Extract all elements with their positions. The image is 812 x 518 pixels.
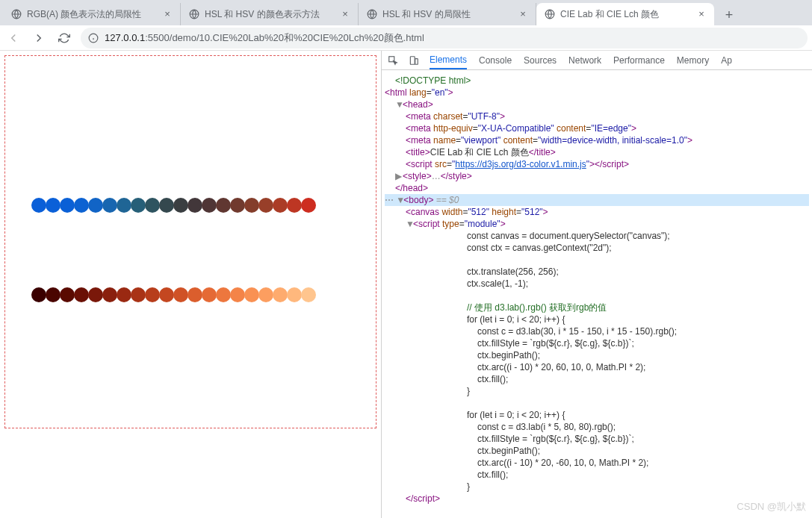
color-dot bbox=[216, 287, 231, 302]
color-dot bbox=[187, 198, 202, 213]
svg-rect-8 bbox=[410, 56, 415, 64]
color-dot bbox=[102, 198, 117, 213]
color-dot bbox=[301, 287, 316, 302]
url-field[interactable]: 127.0.0.1:5500/demo/10.CIE%20Lab%20和%20C… bbox=[81, 28, 808, 49]
color-dot bbox=[102, 287, 117, 302]
close-icon[interactable]: × bbox=[162, 9, 173, 19]
color-dot bbox=[88, 198, 103, 213]
color-dot bbox=[287, 198, 302, 213]
color-dot bbox=[145, 287, 160, 302]
browser-tabs-bar: RGB(A) 颜色表示法的局限性 × HSL 和 HSV 的颜色表示方法 × H… bbox=[0, 0, 812, 25]
devtools-tab-more[interactable]: Ap bbox=[721, 51, 732, 69]
color-dot bbox=[159, 198, 174, 213]
globe-icon bbox=[544, 8, 556, 20]
color-dot bbox=[74, 198, 89, 213]
page-viewport bbox=[0, 51, 381, 518]
globe-icon bbox=[366, 8, 378, 20]
close-icon[interactable]: × bbox=[696, 9, 707, 19]
close-icon[interactable]: × bbox=[518, 9, 528, 19]
color-dot bbox=[202, 287, 217, 302]
color-dot bbox=[173, 287, 188, 302]
color-dot-row-2 bbox=[32, 287, 316, 302]
color-dot bbox=[117, 287, 131, 302]
devtools-toolbar: Elements Console Sources Network Perform… bbox=[382, 51, 812, 70]
forward-button[interactable] bbox=[30, 29, 48, 47]
color-dot bbox=[131, 198, 146, 213]
browser-tab[interactable]: HSL 和 HSV 的局限性 × bbox=[359, 3, 536, 25]
svg-rect-9 bbox=[415, 58, 418, 64]
color-dot bbox=[244, 287, 259, 302]
color-dot bbox=[187, 287, 202, 302]
color-dot bbox=[230, 287, 245, 302]
color-dot bbox=[145, 198, 160, 213]
url-text: 127.0.0.1:5500/demo/10.CIE%20Lab%20和%20C… bbox=[105, 31, 424, 45]
color-dot bbox=[173, 198, 188, 213]
globe-icon bbox=[10, 8, 22, 20]
color-dot bbox=[287, 287, 302, 302]
color-dot bbox=[46, 198, 61, 213]
color-dot bbox=[88, 287, 103, 302]
devtools-tab-memory[interactable]: Memory bbox=[677, 51, 709, 69]
tab-title: CIE Lab 和 CIE Lch 颜色 bbox=[560, 8, 692, 21]
tab-title: HSL 和 HSV 的局限性 bbox=[382, 8, 513, 21]
color-dot bbox=[216, 198, 231, 213]
elements-tree[interactable]: <!DOCTYPE html> <html lang="en"> ▼<head>… bbox=[382, 70, 812, 518]
tab-title: RGB(A) 颜色表示法的局限性 bbox=[27, 8, 158, 21]
color-dot bbox=[74, 287, 89, 302]
devtools-tab-network[interactable]: Network bbox=[568, 51, 601, 69]
globe-icon bbox=[188, 8, 200, 20]
devtools-tab-elements[interactable]: Elements bbox=[430, 51, 467, 69]
devtools-tab-sources[interactable]: Sources bbox=[524, 51, 557, 69]
devtools-tab-performance[interactable]: Performance bbox=[613, 51, 665, 69]
color-dot bbox=[31, 287, 46, 302]
color-dot-row-1 bbox=[32, 198, 316, 213]
browser-tab[interactable]: HSL 和 HSV 的颜色表示方法 × bbox=[181, 3, 359, 25]
color-dot bbox=[273, 198, 288, 213]
new-tab-button[interactable]: + bbox=[719, 4, 740, 25]
color-dot bbox=[60, 198, 75, 213]
color-dot bbox=[301, 198, 316, 213]
address-bar: 127.0.0.1:5500/demo/10.CIE%20Lab%20和%20C… bbox=[0, 25, 812, 51]
devtools-panel: Elements Console Sources Network Perform… bbox=[381, 51, 812, 518]
color-dot bbox=[46, 287, 61, 302]
color-dot bbox=[258, 287, 273, 302]
back-button[interactable] bbox=[4, 29, 22, 47]
devtools-tabs: Elements Console Sources Network Perform… bbox=[430, 51, 732, 69]
color-dot bbox=[60, 287, 75, 302]
watermark: CSDN @凯小默 bbox=[737, 500, 806, 514]
devtools-tab-console[interactable]: Console bbox=[479, 51, 512, 69]
color-dot bbox=[230, 198, 245, 213]
color-dot bbox=[31, 198, 46, 213]
color-dot bbox=[131, 287, 146, 302]
canvas-element[interactable] bbox=[4, 55, 376, 428]
close-icon[interactable]: × bbox=[340, 9, 350, 19]
browser-tab-active[interactable]: CIE Lab 和 CIE Lch 颜色 × bbox=[536, 3, 714, 25]
color-dot bbox=[159, 287, 174, 302]
browser-tab[interactable]: RGB(A) 颜色表示法的局限性 × bbox=[3, 3, 181, 25]
inspect-icon[interactable] bbox=[388, 55, 398, 66]
color-dot bbox=[258, 198, 273, 213]
device-icon[interactable] bbox=[409, 55, 419, 66]
tab-title: HSL 和 HSV 的颜色表示方法 bbox=[205, 8, 335, 21]
color-dot bbox=[202, 198, 217, 213]
color-dot bbox=[117, 198, 131, 213]
color-dot bbox=[244, 198, 259, 213]
info-icon[interactable] bbox=[88, 33, 99, 43]
color-dot bbox=[273, 287, 288, 302]
reload-button[interactable] bbox=[55, 29, 73, 47]
content-area: Elements Console Sources Network Perform… bbox=[0, 51, 812, 518]
